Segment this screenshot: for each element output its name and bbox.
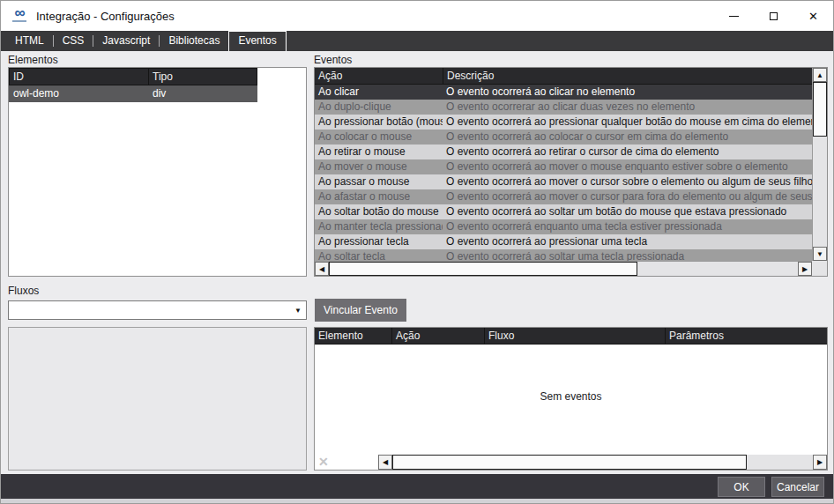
- bindings-table-footer: ✕ ◀ ▶: [315, 455, 827, 470]
- event-description: O evento ocorrerá ao soltar uma tecla pr…: [443, 249, 812, 261]
- column-header-acao2: Ação: [391, 328, 484, 344]
- elements-section-label: Elementos: [8, 54, 58, 66]
- maximize-button[interactable]: [754, 1, 793, 31]
- events-table-body: Ao clicarO evento ocorrerá ao clicar no …: [315, 85, 812, 261]
- event-row[interactable]: Ao retirar o mouseO evento ocorrerá ao r…: [315, 145, 812, 159]
- fluxos-dropdown-value: [9, 301, 290, 319]
- elements-panel: ID Tipo owl-demodiv: [8, 67, 307, 277]
- column-header-fluxo: Fluxo: [484, 328, 665, 344]
- event-action: Ao pressionar botão (mouse): [315, 115, 443, 130]
- column-header-tipo: Tipo: [148, 69, 257, 85]
- chevron-down-icon[interactable]: ▼: [290, 301, 306, 319]
- event-row[interactable]: Ao afastar o mouseO evento ocorrerá ao m…: [315, 189, 812, 204]
- event-row[interactable]: Ao pressionar botão (mouse)O evento ocor…: [315, 115, 812, 130]
- minimize-button[interactable]: [714, 1, 754, 31]
- events-table-header: Ação Descrição: [315, 68, 812, 85]
- event-description: O evento ocorrerá ao clicar no elemento: [443, 85, 812, 100]
- remove-binding-icon[interactable]: ✕: [318, 456, 329, 469]
- events-horizontal-scrollbar[interactable]: ◀ ▶: [315, 261, 812, 276]
- column-header-acao: Ação: [315, 68, 443, 84]
- event-action: Ao soltar tecla: [315, 249, 443, 261]
- bindings-table-header: Elemento Ação Fluxo Parâmetros: [315, 328, 827, 345]
- bindings-horizontal-scrollbar[interactable]: ◀ ▶: [378, 455, 827, 470]
- minimize-icon: [729, 16, 739, 17]
- event-row[interactable]: Ao colocar o mouseO evento ocorrerá ao c…: [315, 130, 812, 145]
- cancel-button[interactable]: Cancelar: [771, 477, 824, 497]
- infinity-glyph: ∞: [14, 7, 24, 19]
- event-action: Ao mover o mouse: [315, 159, 443, 174]
- settings-window: ∞ Integração - Configurações ✕ HTMLCSSJa…: [0, 0, 834, 504]
- logo-underline: [12, 20, 26, 22]
- tab-bar: HTMLCSSJavascriptBibliotecasEventos: [1, 31, 833, 51]
- horizontal-scroll-thumb[interactable]: [329, 262, 637, 276]
- event-description: O evento ocorrerar ao clicar duas vezes …: [443, 100, 812, 115]
- footer-bar: OK Cancelar: [1, 474, 833, 499]
- elements-table-header: ID Tipo: [9, 68, 257, 85]
- event-description: O evento ocorrerá enquanto uma tecla est…: [443, 219, 812, 234]
- event-action: Ao colocar o mouse: [315, 130, 443, 145]
- event-row[interactable]: Ao clicarO evento ocorrerá ao clicar no …: [315, 85, 812, 100]
- window-title: Integração - Configurações: [36, 10, 175, 23]
- titlebar: ∞ Integração - Configurações ✕: [1, 1, 833, 31]
- close-button[interactable]: ✕: [793, 1, 833, 31]
- horizontal-scroll-thumb[interactable]: [392, 455, 747, 470]
- window-bottom-edge: [1, 499, 833, 504]
- event-description: O evento ocorrerá ao pressionar qualquer…: [443, 115, 812, 130]
- fluxos-section-label: Fluxos: [8, 285, 39, 297]
- event-row[interactable]: Ao mover o mouseO evento ocorrerá ao mov…: [315, 159, 812, 174]
- scroll-left-icon[interactable]: ◀: [315, 262, 329, 276]
- fluxos-parameters-panel: [8, 327, 307, 471]
- fluxos-dropdown[interactable]: ▼: [8, 300, 307, 320]
- window-controls: ✕: [714, 1, 833, 31]
- event-row[interactable]: Ao passar o mouseO evento ocorrerá ao mo…: [315, 174, 812, 189]
- vertical-scroll-thumb[interactable]: [813, 82, 827, 137]
- column-header-elemento: Elemento: [315, 328, 391, 344]
- event-action: Ao passar o mouse: [315, 174, 443, 189]
- column-header-parametros: Parâmetros: [665, 328, 827, 344]
- elements-table-body: owl-demodiv: [9, 85, 306, 102]
- event-row[interactable]: Ao manter tecla pressionadaO evento ocor…: [315, 219, 812, 234]
- event-row[interactable]: Ao soltar teclaO evento ocorrerá ao solt…: [315, 249, 812, 261]
- event-action: Ao afastar o mouse: [315, 189, 443, 204]
- scroll-right-icon[interactable]: ▶: [813, 455, 827, 470]
- event-action: Ao pressionar tecla: [315, 234, 443, 249]
- event-row[interactable]: Ao duplo-cliqueO evento ocorrerar ao cli…: [315, 100, 812, 115]
- event-row[interactable]: Ao pressionar teclaO evento ocorrerá ao …: [315, 234, 812, 249]
- event-action: Ao duplo-clique: [315, 100, 443, 115]
- scroll-left-icon[interactable]: ◀: [378, 455, 392, 470]
- ok-button[interactable]: OK: [718, 477, 765, 497]
- element-id: owl-demo: [9, 85, 148, 102]
- event-description: O evento ocorrerá ao pressionar uma tecl…: [443, 234, 812, 249]
- events-section-label: Eventos: [314, 54, 352, 66]
- scroll-right-icon[interactable]: ▶: [798, 262, 812, 276]
- events-vertical-scrollbar[interactable]: ▲ ▼: [812, 68, 827, 261]
- tab-eventos[interactable]: Eventos: [228, 31, 286, 51]
- event-description: O evento ocorrerá ao soltar um botão do …: [443, 204, 812, 219]
- event-action: Ao clicar: [315, 85, 443, 100]
- event-description: O evento ocorrerá ao mover o cursor sobr…: [443, 174, 812, 189]
- tab-bibliotecas[interactable]: Bibliotecas: [160, 31, 228, 51]
- element-type: div: [148, 85, 257, 102]
- tab-css[interactable]: CSS: [54, 31, 93, 51]
- event-row[interactable]: Ao soltar botão do mouseO evento ocorrer…: [315, 204, 812, 219]
- scroll-up-icon[interactable]: ▲: [813, 68, 827, 82]
- vincular-evento-button[interactable]: Vincular Evento: [315, 299, 406, 322]
- tab-html[interactable]: HTML: [6, 31, 53, 51]
- column-header-descricao: Descrição: [443, 68, 812, 84]
- element-row[interactable]: owl-demodiv: [9, 85, 257, 102]
- event-action: Ao manter tecla pressionada: [315, 219, 443, 234]
- event-description: O evento ocorrerá ao mover o mouse enqua…: [443, 159, 812, 174]
- events-table: Ação Descrição Ao clicarO evento ocorrer…: [315, 68, 812, 261]
- maximize-icon: [770, 12, 778, 20]
- column-header-id: ID: [10, 69, 148, 85]
- scroll-down-icon[interactable]: ▼: [813, 247, 827, 261]
- event-action: Ao soltar botão do mouse: [315, 204, 443, 219]
- event-description: O evento ocorrerá ao colocar o cursor em…: [443, 130, 812, 145]
- event-bindings-table: Elemento Ação Fluxo Parâmetros Sem event…: [314, 327, 828, 471]
- event-description: O evento ocorrerá ao retirar o cursor de…: [443, 145, 812, 159]
- event-action: Ao retirar o mouse: [315, 145, 443, 159]
- app-logo-icon: ∞: [10, 7, 29, 25]
- tab-javascript[interactable]: Javascript: [93, 31, 159, 51]
- scrollbar-corner: [812, 261, 827, 276]
- event-description: O evento ocorrerá ao mover o cursor para…: [443, 189, 812, 204]
